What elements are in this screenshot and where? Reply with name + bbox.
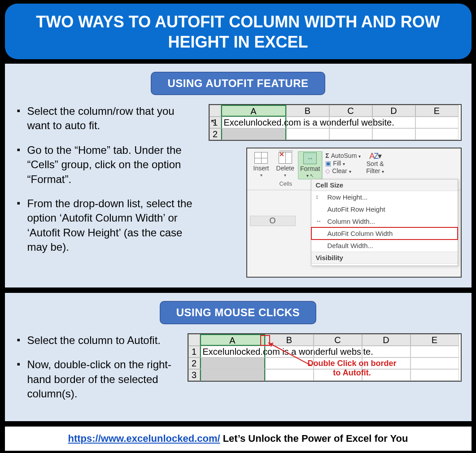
cell-A1: Excelunlocked.com is a wonderful website… xyxy=(200,346,265,357)
section2-heading: USING MOUSE CLICKS xyxy=(160,301,317,324)
editing-stack: AutoSum ▾ Fill ▾ Clear ▾ xyxy=(323,151,363,175)
section1-illustrations: A B C D E 1 Excelunlocked.com is a wonde… xyxy=(209,104,462,278)
dd-column-width: ↔Column Width... xyxy=(311,215,458,227)
excel-sheet-doubleclick: A B C D E 1 Excelunlocked.com is a wonde… xyxy=(188,333,462,382)
dropdown-header-visibility: Visibility xyxy=(311,252,458,264)
sort-filter-icon: AZ▾ xyxy=(369,152,381,160)
format-icon xyxy=(303,152,317,164)
cursor-icon: ↖ xyxy=(210,118,216,126)
bullet-item: Go to the “Home” tab. Under the “Cells” … xyxy=(15,143,197,187)
col-header-E: E xyxy=(410,334,459,346)
excel-ribbon-format: Insert ▾ Delete ▾ Form xyxy=(246,148,462,278)
col-header-C: C xyxy=(329,105,372,117)
cell-A1: Excelunlocked.com is a wonderful website… xyxy=(221,117,286,128)
section2-bullets: Select the column to Autofit. Now, doubl… xyxy=(15,333,176,411)
footer-text: Let’s Unlock the Power of Excel for You xyxy=(220,433,408,444)
col-header-B: B xyxy=(286,105,329,117)
select-all-corner xyxy=(210,105,221,117)
excel-sheet-colselect: A B C D E 1 Excelunlocked.com is a wonde… xyxy=(209,104,462,141)
section-autofit-feature: USING AUTOFIT FEATURE Select the column/… xyxy=(5,64,472,287)
dd-default-width: Default Width... xyxy=(311,240,458,252)
format-dropdown: Cell Size ↕Row Height... AutoFit Row Hei… xyxy=(311,179,458,266)
row-header-1: 1 xyxy=(188,346,200,357)
bullet-item: From the drop-down list, select the opti… xyxy=(15,196,197,255)
colwidth-icon: ↔ xyxy=(316,218,322,224)
section1-heading: USING AUTOFIT FEATURE xyxy=(151,72,325,95)
format-button: Format ▾ ↖ xyxy=(298,151,322,179)
row-header-3: 3 xyxy=(188,369,200,381)
sheet-col-O: O xyxy=(250,216,296,226)
insert-button: Insert ▾ xyxy=(250,151,273,179)
autosum-item: AutoSum ▾ xyxy=(325,152,361,159)
bullet-item: Select the column/row that you want to a… xyxy=(15,104,197,133)
footer-link[interactable]: https://www.excelunlocked.com/ xyxy=(68,433,220,444)
col-header-D: D xyxy=(362,334,410,346)
delete-icon xyxy=(279,152,292,164)
page: TWO WAYS TO AUTOFIT COLUMN WIDTH AND ROW… xyxy=(3,1,474,453)
dropdown-header-cellsize: Cell Size xyxy=(311,179,458,191)
col-header-A: A xyxy=(221,105,286,117)
rowheight-icon: ↕ xyxy=(316,193,319,200)
bullet-item: Now, double-click on the right-hand bord… xyxy=(15,357,176,401)
col-header-C: C xyxy=(314,334,362,346)
bullet-item: Select the column to Autofit. xyxy=(15,333,176,348)
footer: https://www.excelunlocked.com/ Let’s Unl… xyxy=(5,427,472,451)
clear-item: Clear ▾ xyxy=(325,167,361,174)
insert-icon xyxy=(254,152,268,164)
doubleclick-callout: Double Click on border to Autofit. xyxy=(305,359,399,377)
section1-bullets: Select the column/row that you want to a… xyxy=(15,104,197,265)
dd-autofit-column-width: AutoFit Column Width xyxy=(311,227,458,240)
sort-filter-button: AZ▾ Sort & Filter ▾ xyxy=(363,151,387,175)
dd-autofit-row-height: AutoFit Row Height xyxy=(311,203,458,215)
section-mouse-clicks: USING MOUSE CLICKS Select the column to … xyxy=(5,293,472,421)
main-title: TWO WAYS TO AUTOFIT COLUMN WIDTH AND ROW… xyxy=(5,4,472,59)
col-header-D: D xyxy=(372,105,415,117)
row-header-2: 2 xyxy=(210,128,221,140)
select-all-corner xyxy=(188,334,200,346)
col-header-E: E xyxy=(415,105,459,117)
delete-label: Delete xyxy=(276,165,294,172)
col-header-A: A xyxy=(200,334,265,346)
row-header-2: 2 xyxy=(188,357,200,369)
delete-button: Delete ▾ xyxy=(273,151,298,179)
format-label: Format xyxy=(300,165,320,172)
fill-item: Fill ▾ xyxy=(325,160,361,167)
dd-row-height: ↕Row Height... xyxy=(311,191,458,203)
insert-label: Insert xyxy=(253,165,269,172)
